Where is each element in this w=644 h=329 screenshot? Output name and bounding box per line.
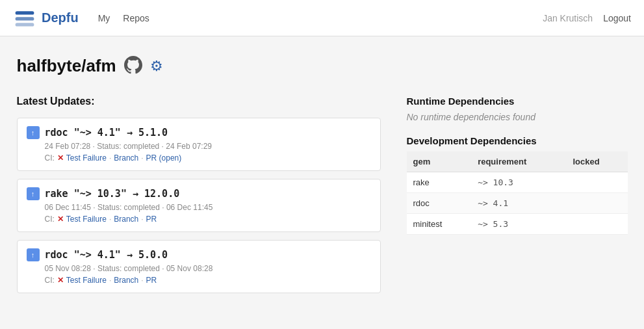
page-header: halfbyte/afm ⚙ (17, 56, 628, 76)
svg-rect-2 (16, 23, 34, 26)
update-title: rake "~> 10.3" → 12.0.0 (45, 188, 180, 200)
dep-locked (566, 172, 627, 193)
sep: · (141, 153, 143, 163)
col-requirement: requirement (471, 151, 566, 172)
updates-container: ↑ rdoc "~> 4.1" → 5.1.0 24 Feb 07:28 · S… (17, 118, 381, 293)
arrow-icon: ↑ (27, 187, 40, 200)
svg-rect-1 (16, 17, 34, 20)
branch-link[interactable]: Branch (114, 276, 138, 285)
github-link[interactable] (124, 56, 142, 76)
ci-label: CI: (45, 215, 55, 224)
dev-deps-title: Development Dependencies (407, 135, 628, 146)
update-header: ↑ rake "~> 10.3" → 12.0.0 (27, 187, 371, 200)
github-icon (124, 56, 142, 74)
nav-links: My Repos (98, 13, 149, 23)
col-locked: locked (566, 151, 627, 172)
logo[interactable]: Depfu (13, 7, 79, 30)
update-ci: CI: ✕Test Failure · Branch · PR (45, 276, 371, 285)
svg-rect-0 (16, 11, 34, 14)
settings-icon[interactable]: ⚙ (150, 58, 163, 75)
right-panel: Runtime Dependencies No runtime dependen… (407, 96, 628, 301)
update-ci: CI: ✕Test Failure · Branch · PR (open) (45, 153, 371, 163)
ci-x-icon: ✕ (57, 215, 64, 224)
arrow-icon: ↑ (27, 248, 40, 261)
update-title: rdoc "~> 4.1" → 5.0.0 (45, 249, 168, 261)
dep-locked (566, 214, 627, 235)
logout-link[interactable]: Logout (603, 13, 631, 23)
ci-fail-link[interactable]: Test Failure (66, 153, 107, 163)
update-ci: CI: ✕Test Failure · Branch · PR (45, 215, 371, 224)
dep-req: ~> 4.1 (471, 193, 566, 214)
update-item-1: ↑ rdoc "~> 4.1" → 5.1.0 24 Feb 07:28 · S… (17, 118, 381, 171)
dep-gem: minitest (407, 214, 472, 235)
update-meta: 05 Nov 08:28 · Status: completed · 05 No… (45, 264, 371, 273)
navbar: Depfu My Repos Jan Krutisch Logout (0, 0, 644, 36)
nav-link-my[interactable]: My (98, 13, 110, 23)
update-meta: 06 Dec 11:45 · Status: completed · 06 De… (45, 203, 371, 212)
ci-x-icon: ✕ (57, 153, 64, 163)
navbar-right: Jan Krutisch Logout (543, 13, 631, 23)
dep-req: ~> 10.3 (471, 172, 566, 193)
dep-gem: rake (407, 172, 472, 193)
sep1: · (109, 276, 111, 285)
sep: · (141, 276, 143, 285)
logo-text: Depfu (42, 10, 79, 25)
sep: · (141, 215, 143, 224)
ci-fail-link[interactable]: Test Failure (66, 215, 107, 224)
arrow-icon: ↑ (27, 126, 40, 139)
dep-row-3: minitest ~> 5.3 (407, 214, 628, 235)
main-container: halfbyte/afm ⚙ Latest Updates: ↑ rdoc "~… (4, 36, 641, 321)
pr-link[interactable]: PR (146, 215, 157, 224)
nav-link-repos[interactable]: Repos (123, 13, 149, 23)
ci-fail-link[interactable]: Test Failure (66, 276, 107, 285)
sep1: · (109, 153, 111, 163)
pr-link[interactable]: PR (open) (146, 153, 182, 163)
dep-row-1: rake ~> 10.3 (407, 172, 628, 193)
sep1: · (109, 215, 111, 224)
branch-link[interactable]: Branch (114, 153, 138, 163)
pr-link[interactable]: PR (146, 276, 157, 285)
logo-icon (13, 7, 36, 30)
deps-table-body: rake ~> 10.3 rdoc ~> 4.1 minitest ~> 5.3 (407, 172, 628, 235)
dev-deps-table: gem requirement locked rake ~> 10.3 rdoc… (407, 151, 628, 235)
update-item-2: ↑ rake "~> 10.3" → 12.0.0 06 Dec 11:45 ·… (17, 179, 381, 232)
ci-label: CI: (45, 153, 55, 163)
dep-row-2: rdoc ~> 4.1 (407, 193, 628, 214)
page-title: halfbyte/afm (17, 56, 116, 76)
latest-updates-title: Latest Updates: (17, 96, 381, 107)
update-title: rdoc "~> 4.1" → 5.1.0 (45, 127, 168, 138)
update-header: ↑ rdoc "~> 4.1" → 5.0.0 (27, 248, 371, 261)
ci-label: CI: (45, 276, 55, 285)
user-name: Jan Krutisch (543, 13, 593, 23)
runtime-deps-title: Runtime Dependencies (407, 96, 628, 107)
dep-locked (566, 193, 627, 214)
update-meta: 24 Feb 07:28 · Status: completed · 24 Fe… (45, 142, 371, 151)
branch-link[interactable]: Branch (114, 215, 138, 224)
col-gem: gem (407, 151, 472, 172)
no-runtime-deps: No runtime dependencies found (407, 112, 628, 122)
update-header: ↑ rdoc "~> 4.1" → 5.1.0 (27, 126, 371, 139)
left-panel: Latest Updates: ↑ rdoc "~> 4.1" → 5.1.0 … (17, 96, 381, 301)
dep-gem: rdoc (407, 193, 472, 214)
dep-req: ~> 5.3 (471, 214, 566, 235)
ci-x-icon: ✕ (57, 276, 64, 285)
content-grid: Latest Updates: ↑ rdoc "~> 4.1" → 5.1.0 … (17, 96, 628, 301)
update-item-3: ↑ rdoc "~> 4.1" → 5.0.0 05 Nov 08:28 · S… (17, 240, 381, 293)
